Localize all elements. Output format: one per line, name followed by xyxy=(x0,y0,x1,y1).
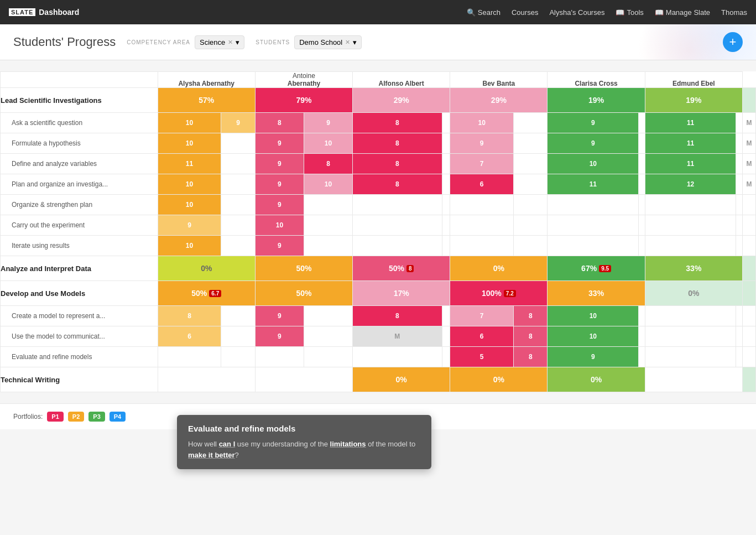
score-cell xyxy=(736,154,743,174)
score-cell[interactable]: 10 xyxy=(255,215,304,236)
section-row-technical: Technical Writing 0% 0% 0% xyxy=(1,367,756,392)
score-cell[interactable]: 10 xyxy=(304,174,352,195)
score-cell[interactable]: 8 xyxy=(158,306,221,326)
competency-pill[interactable]: Science ✕ ▾ xyxy=(195,35,244,49)
score-cell[interactable]: 9 xyxy=(158,215,221,236)
competency-chevron-icon[interactable]: ▾ xyxy=(236,38,239,46)
add-button[interactable]: + xyxy=(723,32,743,52)
score-cell[interactable]: 9 xyxy=(255,306,304,326)
competency-clear-icon[interactable]: ✕ xyxy=(228,39,233,46)
students-chevron-icon[interactable]: ▾ xyxy=(353,38,357,46)
pct-lead-clarisa[interactable]: 19% xyxy=(548,88,645,113)
score-cell[interactable]: 9 xyxy=(304,113,352,133)
alysha-courses-nav[interactable]: Alysha's Courses xyxy=(549,8,604,17)
score-cell[interactable]: 9 xyxy=(548,113,639,133)
score-cell xyxy=(743,347,756,367)
pct-analyze-edmund[interactable]: 33% xyxy=(645,256,742,281)
courses-nav[interactable]: Courses xyxy=(512,8,538,17)
score-cell[interactable]: 8 xyxy=(514,326,548,347)
score-cell[interactable]: 7 xyxy=(450,306,514,326)
score-cell[interactable]: 9 xyxy=(548,347,639,367)
score-cell[interactable]: 8 xyxy=(353,154,442,174)
score-cell[interactable]: 11 xyxy=(645,133,736,154)
score-cell[interactable]: 8 xyxy=(353,306,442,326)
pct-technical-bev[interactable]: 0% xyxy=(450,367,548,392)
pct-lead-alfonso[interactable]: 29% xyxy=(353,88,450,113)
score-cell[interactable]: 10 xyxy=(548,154,639,174)
score-cell[interactable]: 10 xyxy=(548,326,639,347)
score-cell[interactable]: 11 xyxy=(645,113,736,133)
score-cell[interactable]: 6 xyxy=(450,326,514,347)
pct-develop-alysha[interactable]: 50% 6.7 xyxy=(158,281,255,306)
score-cell[interactable]: 9 xyxy=(221,113,255,133)
score-cell[interactable]: 8 xyxy=(514,306,548,326)
score-cell[interactable]: 6 xyxy=(158,326,221,347)
pct-develop-edmund[interactable]: 0% xyxy=(645,281,742,306)
portfolio-p2[interactable]: P2 xyxy=(68,412,84,422)
score-cell[interactable]: 7 xyxy=(450,154,514,174)
portfolio-p1[interactable]: P1 xyxy=(47,412,63,422)
score-cell[interactable]: 8 xyxy=(353,174,442,195)
score-cell[interactable]: 9 xyxy=(548,133,639,154)
score-cell xyxy=(304,347,352,367)
pct-develop-bev[interactable]: 100% 7.2 xyxy=(450,281,548,306)
score-cell[interactable]: 9 xyxy=(255,326,304,347)
pct-analyze-antoine[interactable]: 50% xyxy=(255,256,352,281)
score-cell[interactable]: 9 xyxy=(255,154,304,174)
pct-technical-alfonso[interactable]: 0% xyxy=(353,367,450,392)
user-nav[interactable]: Thomas xyxy=(721,8,747,17)
pct-analyze-bev[interactable]: 0% xyxy=(450,256,548,281)
score-cell[interactable]: 10 xyxy=(548,306,639,326)
score-cell[interactable]: 9 xyxy=(450,133,514,154)
pct-lead-bev[interactable]: 29% xyxy=(450,88,548,113)
score-cell[interactable]: 11 xyxy=(645,154,736,174)
score-cell[interactable]: 9 xyxy=(255,236,304,256)
score-cell[interactable]: 8 xyxy=(353,113,442,133)
students-pill[interactable]: Demo School ✕ ▾ xyxy=(294,35,362,49)
score-cell[interactable]: 9 xyxy=(255,195,304,215)
pct-technical-clarisa[interactable]: 0% xyxy=(548,367,645,392)
score-cell xyxy=(442,326,450,347)
score-cell xyxy=(442,236,450,256)
score-cell[interactable]: 10 xyxy=(450,113,514,133)
score-cell[interactable]: 12 xyxy=(645,174,736,195)
score-cell[interactable]: 8 xyxy=(255,113,304,133)
score-cell[interactable]: 10 xyxy=(158,174,221,195)
pct-analyze-clarisa[interactable]: 67% 9.5 xyxy=(548,256,645,281)
score-cell[interactable]: 10 xyxy=(158,113,221,133)
score-cell[interactable]: 5 xyxy=(450,347,514,367)
score-cell xyxy=(450,195,514,215)
score-cell xyxy=(221,326,255,347)
portfolio-p3[interactable]: P3 xyxy=(88,412,105,422)
score-cell[interactable]: 10 xyxy=(158,236,221,256)
pct-lead-antoine[interactable]: 79% xyxy=(255,88,352,113)
score-cell[interactable]: 8 xyxy=(353,133,442,154)
pct-analyze-alysha[interactable]: 0% xyxy=(158,256,255,281)
score-cell[interactable]: 10 xyxy=(158,133,221,154)
score-cell[interactable]: 9 xyxy=(255,174,304,195)
portfolio-p4[interactable]: P4 xyxy=(110,412,126,422)
pct-develop-clarisa[interactable]: 33% xyxy=(548,281,645,306)
search-nav[interactable]: 🔍 Search xyxy=(467,8,500,17)
dashboard-link[interactable]: Dashboard xyxy=(39,8,79,17)
score-cell[interactable]: 8 xyxy=(304,154,352,174)
score-cell[interactable]: M xyxy=(353,326,442,347)
pct-develop-antoine[interactable]: 50% xyxy=(255,281,352,306)
pct-develop-alfonso[interactable]: 17% xyxy=(353,281,450,306)
score-cell[interactable]: 10 xyxy=(158,195,221,215)
students-clear-icon[interactable]: ✕ xyxy=(345,39,350,46)
competency-filter: COMPETENCY AREA Science ✕ ▾ xyxy=(127,35,244,49)
score-cell[interactable]: 10 xyxy=(304,133,352,154)
pct-analyze-alfonso[interactable]: 50% 8 xyxy=(353,256,450,281)
manage-slate-nav[interactable]: 📖 Manage Slate xyxy=(655,8,710,17)
score-cell[interactable]: 11 xyxy=(548,174,639,195)
tools-nav[interactable]: 📖 Tools xyxy=(616,8,643,17)
score-cell[interactable]: 11 xyxy=(158,154,221,174)
score-cell[interactable]: 9 xyxy=(255,133,304,154)
score-cell xyxy=(221,215,255,236)
score-cell[interactable]: 6 xyxy=(450,174,514,195)
portfolios-label: Portfolios: xyxy=(13,413,43,420)
pct-lead-edmund[interactable]: 19% xyxy=(645,88,742,113)
score-cell[interactable]: 8 xyxy=(514,347,548,367)
pct-lead-alysha[interactable]: 57% xyxy=(158,88,255,113)
